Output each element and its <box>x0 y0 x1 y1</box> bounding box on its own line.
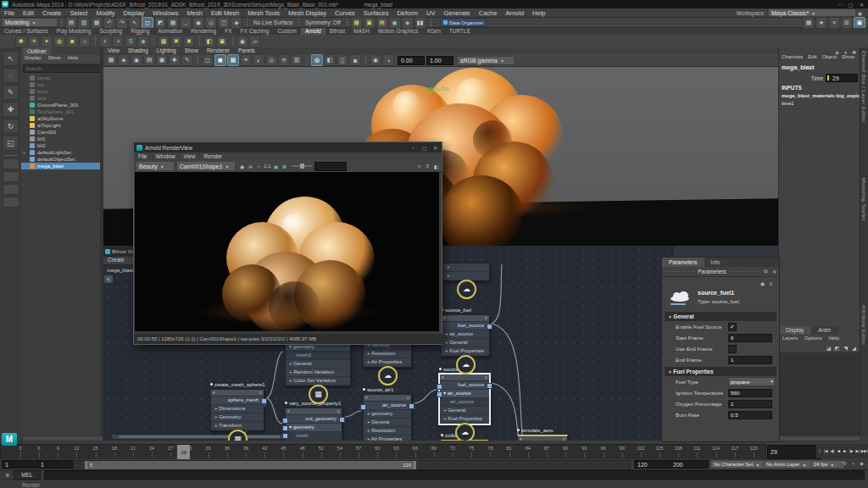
graph-node-source-air1[interactable]: source_air1▾≡air_source+ geometry+ Gener… <box>363 386 412 441</box>
save-image-icon[interactable]: ◧ <box>432 163 440 170</box>
camera-view-icon[interactable]: ◉ <box>759 280 766 287</box>
param-dropdown[interactable]: propane <box>728 377 776 386</box>
snapshot-icon[interactable]: ◉ <box>238 163 246 170</box>
symmetry-button[interactable]: Symmetry: Off <box>303 19 342 25</box>
shaded-icon[interactable]: ◼ <box>214 54 226 66</box>
menu-help[interactable]: Help <box>528 9 549 17</box>
graph-back-button[interactable]: < <box>104 275 113 283</box>
outliner-item-defaultobjectset[interactable]: defaultObjectSet <box>21 156 100 163</box>
make-live-icon[interactable]: ◈ <box>231 17 242 29</box>
select-camera-icon[interactable]: ▦ <box>105 54 117 66</box>
outliner-item-top[interactable]: top <box>21 81 100 88</box>
parameters-tab-parameters[interactable]: Parameters <box>662 258 704 267</box>
outliner-item-defaultlightset[interactable]: +defaultLightSet <box>21 149 100 156</box>
lock-camera-icon[interactable]: ◈ <box>118 54 130 66</box>
graph-horizontal-scrollbar[interactable] <box>112 435 300 439</box>
command-input[interactable] <box>44 470 865 480</box>
graph-node-vary-source-property1[interactable]: vary_source_property1▾≡out_geometry▾ geo… <box>285 400 342 441</box>
shelf-tab-sculpting[interactable]: Sculpting <box>96 28 127 35</box>
menu-cache[interactable]: Cache <box>475 9 502 17</box>
zoom-1-1-label[interactable]: 1:1 <box>264 163 271 170</box>
new-layer-selected-icon[interactable]: ◩ <box>833 344 841 352</box>
menu-deform[interactable]: Deform <box>392 9 422 17</box>
param-field[interactable]: 560 <box>728 389 772 397</box>
area-light-icon[interactable]: ☀ <box>28 36 40 47</box>
output-port[interactable] <box>261 398 267 404</box>
graph-node-create-mesh-sphere1[interactable]: create_mesh_sphere1▾≡sphere_mesh+ Dimens… <box>210 381 264 431</box>
cloud-icon[interactable]: ☁ <box>457 280 476 299</box>
shelf-tab-curves-surfaces[interactable]: Curves / Surfaces <box>0 28 53 35</box>
fog-icon[interactable]: ▒ <box>337 54 348 66</box>
layer-menu-layers[interactable]: Layers <box>779 336 801 341</box>
side-tab-modeling-toolkit[interactable]: Modeling Toolkit <box>861 178 866 221</box>
swap-icon[interactable]: ↔ <box>255 163 263 170</box>
channel-box-hscrollbar[interactable] <box>778 435 861 441</box>
rv-minimize-button[interactable]: – <box>409 144 418 151</box>
param-field[interactable]: 6 <box>728 334 772 342</box>
hypershade-layout-button[interactable] <box>3 197 19 208</box>
outliner-item-aitoplight[interactable]: aiTopLight <box>21 122 100 129</box>
light-portal-icon[interactable]: ◙ <box>66 36 78 47</box>
render-camera-dropdown[interactable]: Cam001Shape1 <box>176 161 236 171</box>
data-organizer-button[interactable]: Data Organizer <box>440 18 487 27</box>
input-port[interactable] <box>437 391 442 397</box>
shelf-tab-motion-graphics[interactable]: Motion Graphics <box>374 28 422 35</box>
param-field[interactable]: 1 <box>728 400 772 408</box>
shelf-tab-rigging[interactable]: Rigging <box>126 28 153 35</box>
current-frame-marker[interactable]: 29 <box>177 445 190 459</box>
cloud-icon[interactable]: ☁ <box>378 366 398 385</box>
layer-list-area[interactable] <box>779 352 860 435</box>
outliner-tab[interactable]: Outliner <box>23 47 51 55</box>
channel-menu-show[interactable]: Show <box>839 54 857 59</box>
graph-node-simulate-aero[interactable]: simulate_aero▾≡ <box>517 427 568 441</box>
physical-sky-icon[interactable]: ☼ <box>79 36 91 47</box>
menu-edit[interactable]: Edit <box>19 9 38 17</box>
side-tab-attribute-editor[interactable]: Attribute Editor <box>861 305 866 346</box>
arnold-render-view-window[interactable]: Arnold RenderView – ▢ ✕ FileWindowViewRe… <box>133 141 442 345</box>
log-icon[interactable]: ≡ <box>424 163 431 170</box>
exposure-slider[interactable] <box>292 165 312 167</box>
new-empty-layer-icon[interactable]: ◪ <box>825 344 832 352</box>
command-language-toggle[interactable]: MEL <box>14 470 41 480</box>
close-panel-icon[interactable]: ✕ <box>771 268 778 275</box>
playback-options-icon[interactable]: ↻ <box>841 459 849 467</box>
render-sequence-icon[interactable]: ▤ <box>376 17 388 29</box>
viewport-menu-view[interactable]: View <box>103 47 124 54</box>
ipr-render-icon[interactable]: ▣ <box>364 17 376 29</box>
gamma-icon[interactable]: ◑ <box>382 54 394 66</box>
shelf-tab-custom[interactable]: Custom <box>273 28 300 35</box>
go-to-end-button[interactable]: ▶▶| <box>861 444 868 458</box>
float-panel-icon[interactable]: ⧉ <box>762 268 770 275</box>
outliner-item-persp[interactable]: persp <box>21 75 100 81</box>
shelf-tab-animation[interactable]: Animation <box>153 28 186 35</box>
render-view-title-bar[interactable]: Arnold RenderView – ▢ ✕ <box>134 142 442 152</box>
play-backwards-button[interactable]: ◀ <box>836 444 843 458</box>
parameters-tab-info[interactable]: Info <box>704 258 727 267</box>
outliner-item-bif2[interactable]: bif2 <box>21 142 100 149</box>
select-tool-icon[interactable]: ↖ <box>3 51 19 66</box>
shelf-tab-xgen[interactable]: XGen <box>422 28 445 35</box>
slider-handle[interactable] <box>300 164 304 169</box>
step-back-key-button[interactable]: ◀| <box>829 444 836 458</box>
outliner-search-input[interactable] <box>23 64 101 73</box>
render-frame-icon[interactable]: ▦ <box>351 17 363 29</box>
range-slider-bar[interactable]: 5120 <box>85 461 416 469</box>
rendered-image-area[interactable] <box>135 172 439 331</box>
ao-icon[interactable]: ◎ <box>265 54 277 66</box>
select-object-icon[interactable]: ◻ <box>142 17 153 29</box>
outliner-menu-help[interactable]: Help <box>64 55 81 63</box>
snap-grid-icon[interactable]: ▦ <box>167 17 179 29</box>
flush-skydome-icon[interactable]: ✖ <box>183 36 195 47</box>
menu-display[interactable]: Display <box>120 9 149 17</box>
param-field[interactable]: 0.5 <box>728 411 772 419</box>
rotate-tool-icon[interactable]: ↻ <box>3 119 19 134</box>
new-scene-icon[interactable]: ▤ <box>65 17 77 29</box>
exposure-field[interactable]: 0.00 <box>398 56 425 65</box>
shelf-tab-fx-caching[interactable]: FX Caching <box>236 28 274 35</box>
xray-icon[interactable]: ◍ <box>311 54 323 66</box>
viewport-menu-show[interactable]: Show <box>181 47 203 54</box>
outliner-menu-show[interactable]: Show <box>45 55 64 63</box>
graph-node-source-fuel[interactable]: source_fuel▾≡fuel_source+ air_source+ Ge… <box>441 307 490 357</box>
input-node-0[interactable]: mega_blast_materials:big_explosion_mat..… <box>782 92 860 100</box>
ipr-icon[interactable]: ▣ <box>216 36 228 47</box>
